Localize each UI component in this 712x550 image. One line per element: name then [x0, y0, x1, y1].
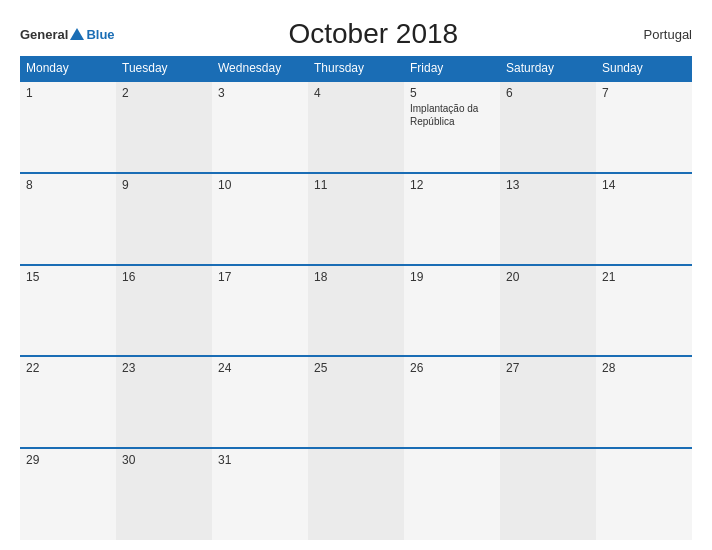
col-saturday: Saturday [500, 56, 596, 81]
day-cell: 25 [308, 356, 404, 448]
col-thursday: Thursday [308, 56, 404, 81]
day-number: 13 [506, 178, 590, 192]
day-number: 15 [26, 270, 110, 284]
day-number: 21 [602, 270, 686, 284]
day-cell: 22 [20, 356, 116, 448]
day-cell: 21 [596, 265, 692, 357]
day-number: 7 [602, 86, 686, 100]
day-cell: 11 [308, 173, 404, 265]
header-row: Monday Tuesday Wednesday Thursday Friday… [20, 56, 692, 81]
day-number: 2 [122, 86, 206, 100]
day-cell: 12 [404, 173, 500, 265]
day-cell [596, 448, 692, 540]
calendar-table: Monday Tuesday Wednesday Thursday Friday… [20, 56, 692, 540]
day-number: 5 [410, 86, 494, 100]
logo-blue-text: Blue [86, 27, 114, 42]
week-row-2: 891011121314 [20, 173, 692, 265]
day-cell: 7 [596, 81, 692, 173]
day-number: 27 [506, 361, 590, 375]
col-wednesday: Wednesday [212, 56, 308, 81]
day-cell: 8 [20, 173, 116, 265]
day-cell: 13 [500, 173, 596, 265]
day-cell: 5Implantação da República [404, 81, 500, 173]
day-number: 19 [410, 270, 494, 284]
day-number: 14 [602, 178, 686, 192]
day-cell: 4 [308, 81, 404, 173]
week-row-5: 293031 [20, 448, 692, 540]
day-number: 16 [122, 270, 206, 284]
day-number: 1 [26, 86, 110, 100]
day-cell [500, 448, 596, 540]
day-number: 6 [506, 86, 590, 100]
day-cell: 26 [404, 356, 500, 448]
day-number: 4 [314, 86, 398, 100]
week-row-3: 15161718192021 [20, 265, 692, 357]
day-number: 18 [314, 270, 398, 284]
day-cell: 31 [212, 448, 308, 540]
holiday-label: Implantação da República [410, 102, 494, 128]
day-cell: 6 [500, 81, 596, 173]
day-number: 20 [506, 270, 590, 284]
day-number: 30 [122, 453, 206, 467]
day-number: 10 [218, 178, 302, 192]
day-number: 28 [602, 361, 686, 375]
day-number: 26 [410, 361, 494, 375]
day-cell: 28 [596, 356, 692, 448]
day-cell: 2 [116, 81, 212, 173]
calendar-title: October 2018 [115, 18, 632, 50]
day-cell: 17 [212, 265, 308, 357]
day-cell: 27 [500, 356, 596, 448]
calendar-page: General Blue October 2018 Portugal Monda… [0, 0, 712, 550]
day-cell: 19 [404, 265, 500, 357]
day-cell: 16 [116, 265, 212, 357]
day-number: 9 [122, 178, 206, 192]
day-number: 22 [26, 361, 110, 375]
day-cell: 1 [20, 81, 116, 173]
day-number: 31 [218, 453, 302, 467]
top-bar: General Blue October 2018 Portugal [20, 18, 692, 50]
day-cell: 9 [116, 173, 212, 265]
country-label: Portugal [632, 27, 692, 42]
day-cell: 24 [212, 356, 308, 448]
day-cell [404, 448, 500, 540]
day-number: 25 [314, 361, 398, 375]
day-number: 3 [218, 86, 302, 100]
logo: General Blue [20, 27, 115, 42]
day-cell: 3 [212, 81, 308, 173]
day-number: 23 [122, 361, 206, 375]
day-cell: 29 [20, 448, 116, 540]
col-friday: Friday [404, 56, 500, 81]
day-number: 29 [26, 453, 110, 467]
day-number: 24 [218, 361, 302, 375]
logo-general-text: General [20, 27, 68, 42]
week-row-1: 12345Implantação da República67 [20, 81, 692, 173]
day-cell [308, 448, 404, 540]
day-number: 11 [314, 178, 398, 192]
day-cell: 30 [116, 448, 212, 540]
day-cell: 10 [212, 173, 308, 265]
day-cell: 14 [596, 173, 692, 265]
day-cell: 20 [500, 265, 596, 357]
day-cell: 23 [116, 356, 212, 448]
day-number: 12 [410, 178, 494, 192]
week-row-4: 22232425262728 [20, 356, 692, 448]
logo-triangle-icon [70, 28, 84, 40]
col-sunday: Sunday [596, 56, 692, 81]
day-cell: 15 [20, 265, 116, 357]
col-monday: Monday [20, 56, 116, 81]
day-number: 17 [218, 270, 302, 284]
day-cell: 18 [308, 265, 404, 357]
col-tuesday: Tuesday [116, 56, 212, 81]
day-number: 8 [26, 178, 110, 192]
